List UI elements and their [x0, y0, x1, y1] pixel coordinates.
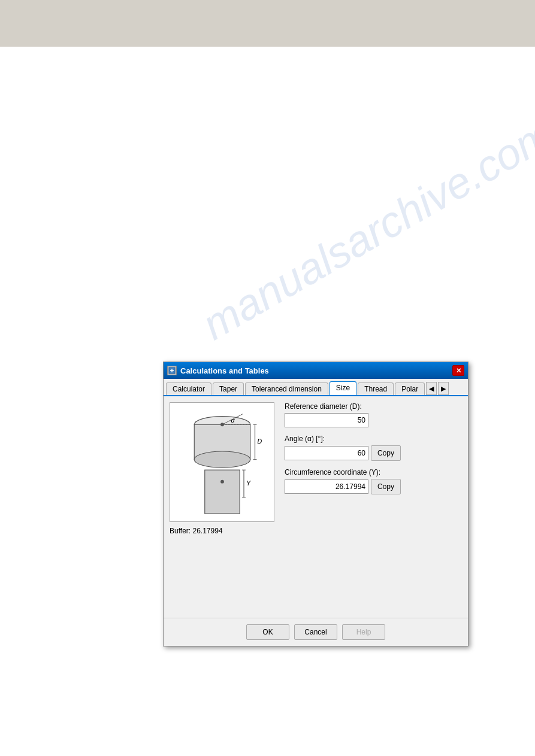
svg-text:D: D	[257, 438, 262, 445]
tab-thread[interactable]: Thread	[358, 382, 394, 395]
ok-button[interactable]: OK	[246, 624, 289, 640]
angle-row: Copy	[285, 445, 462, 461]
svg-text:Y: Y	[246, 479, 250, 487]
svg-point-15	[220, 479, 224, 483]
tab-polar[interactable]: Polar	[395, 382, 425, 395]
help-button[interactable]: Help	[342, 624, 385, 640]
tab-size[interactable]: Size	[330, 381, 356, 395]
tab-nav-left[interactable]: ◀	[426, 382, 437, 395]
dialog-content: α D Y Buffer: 26.17994	[164, 396, 468, 618]
tab-bar: Calculator Taper Toleranced dimension Si…	[164, 379, 468, 396]
cancel-button[interactable]: Cancel	[294, 624, 337, 640]
button-bar: OK Cancel Help	[164, 618, 468, 646]
angle-label: Angle (α) [°]:	[285, 435, 462, 443]
svg-point-5	[194, 451, 250, 467]
app-icon	[167, 366, 177, 375]
watermark: manualsarchive.com	[194, 108, 535, 351]
diagram-svg: α D Y	[174, 407, 270, 518]
svg-text:α: α	[231, 417, 235, 424]
svg-rect-14	[204, 470, 239, 514]
dialog-title: Calculations and Tables	[180, 366, 269, 375]
reference-diameter-row	[285, 413, 462, 427]
reference-diameter-input[interactable]	[285, 413, 368, 427]
reference-diameter-group: Reference diameter (D):	[285, 402, 462, 427]
tab-taper[interactable]: Taper	[213, 382, 244, 395]
buffer-text: Buffer: 26.17994	[170, 527, 277, 535]
circumference-label: Circumference coordinate (Y):	[285, 468, 462, 476]
circumference-row: Copy	[285, 479, 462, 494]
title-bar-left: Calculations and Tables	[167, 366, 269, 375]
tab-toleranced-dimension[interactable]: Toleranced dimension	[245, 382, 328, 395]
diagram-box: α D Y	[170, 402, 274, 522]
close-button[interactable]: ✕	[452, 365, 464, 376]
dialog-window: Calculations and Tables ✕ Calculator Tap…	[163, 362, 468, 646]
circumference-input[interactable]	[285, 479, 368, 494]
angle-copy-button[interactable]: Copy	[371, 445, 401, 461]
angle-group: Angle (α) [°]: Copy	[285, 435, 462, 461]
controls-area: Reference diameter (D): Angle (α) [°]: C…	[285, 402, 462, 612]
circumference-group: Circumference coordinate (Y): Copy	[285, 468, 462, 494]
tab-nav-right[interactable]: ▶	[438, 382, 449, 395]
title-bar: Calculations and Tables ✕	[164, 362, 468, 379]
top-bar	[0, 0, 535, 47]
tab-calculator[interactable]: Calculator	[166, 382, 211, 395]
reference-diameter-label: Reference diameter (D):	[285, 402, 462, 411]
diagram-area: α D Y Buffer: 26.17994	[170, 402, 277, 612]
circumference-copy-button[interactable]: Copy	[371, 479, 401, 494]
angle-input[interactable]	[285, 446, 368, 460]
